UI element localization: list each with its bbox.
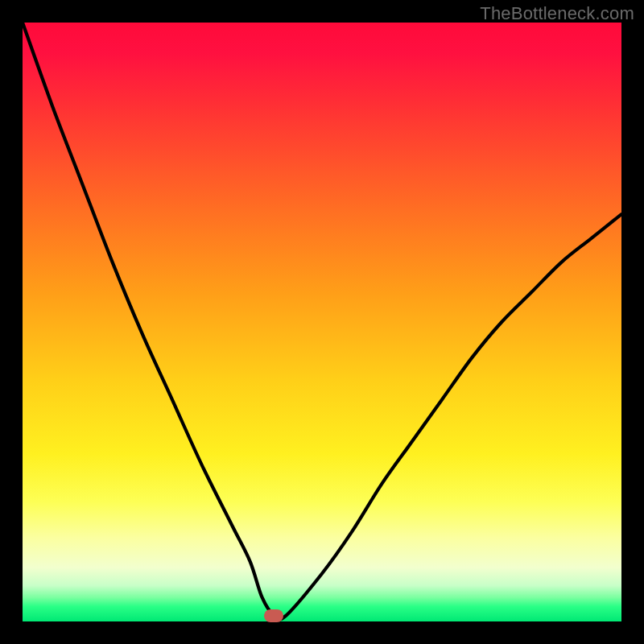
plot-area	[23, 23, 621, 621]
chart-frame: TheBottleneck.com	[0, 0, 644, 644]
bottleneck-curve	[23, 23, 621, 621]
optimum-marker	[264, 609, 283, 622]
watermark-text: TheBottleneck.com	[480, 3, 634, 24]
